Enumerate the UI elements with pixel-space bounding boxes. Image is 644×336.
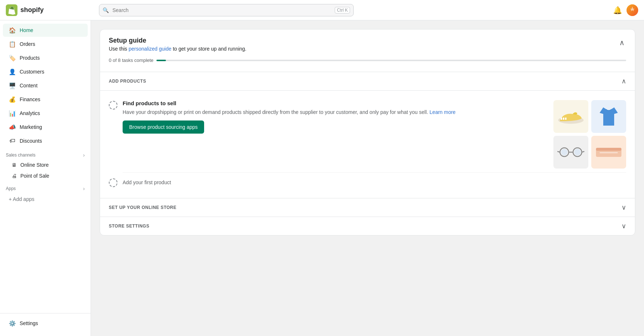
- task-divider: [123, 172, 626, 173]
- analytics-icon: 📊: [9, 110, 16, 117]
- sales-channels-chevron: ›: [83, 152, 85, 158]
- bell-icon[interactable]: 🔔: [613, 6, 622, 15]
- add-apps-label: + Add apps: [9, 196, 34, 202]
- avatar[interactable]: [627, 4, 638, 16]
- setup-guide-header: Setup guide Use this personalized guide …: [100, 29, 635, 58]
- customers-icon: 👤: [9, 68, 16, 75]
- preview-glasses: [553, 136, 588, 169]
- orders-icon: 📋: [9, 40, 16, 48]
- sidebar-item-home-label: Home: [20, 27, 33, 33]
- setup-guide-collapse-button[interactable]: ∧: [618, 37, 626, 48]
- apps-section-label: Apps: [6, 186, 16, 191]
- sidebar-item-discounts-label: Discounts: [20, 138, 42, 144]
- sidebar-item-analytics-label: Analytics: [20, 110, 40, 116]
- sidebar-item-customers-label: Customers: [20, 69, 44, 75]
- store-settings-label: STORE SETTINGS: [109, 224, 149, 229]
- sales-channels-label: Sales channels: [6, 153, 35, 158]
- task-area: Find products to sell Have your dropship…: [100, 91, 635, 198]
- sidebar-item-finances[interactable]: 💰 Finances: [3, 93, 88, 106]
- finances-icon: 💰: [9, 96, 16, 103]
- find-products-task: Find products to sell Have your dropship…: [109, 96, 626, 172]
- progress-bar-fill: [156, 60, 166, 61]
- svg-rect-3: [561, 118, 562, 120]
- svg-rect-14: [596, 148, 621, 151]
- products-icon: 🏷️: [9, 54, 16, 62]
- set-up-online-store-chevron: ∨: [621, 203, 626, 212]
- store-settings-chevron: ∨: [621, 222, 626, 230]
- sidebar-item-marketing[interactable]: 📣 Marketing: [3, 120, 88, 134]
- preview-shoe: [553, 100, 588, 133]
- sidebar-item-marketing-label: Marketing: [20, 124, 42, 130]
- search-shortcut: Ctrl K: [335, 7, 350, 13]
- preview-shirt: [591, 100, 626, 133]
- point-of-sale-icon: 🖨: [12, 173, 17, 179]
- topbar-right: 🔔: [613, 4, 638, 16]
- find-products-content: Find products to sell Have your dropship…: [123, 100, 548, 134]
- discounts-icon: 🏷: [9, 137, 16, 145]
- content-icon: 🖥️: [9, 82, 16, 89]
- sidebar-item-products[interactable]: 🏷️ Products: [3, 51, 88, 64]
- topbar: shopify 🔍 Ctrl K 🔔: [0, 0, 644, 20]
- online-store-icon: 🖥: [12, 162, 17, 168]
- sidebar-item-online-store[interactable]: 🖥 Online Store: [3, 160, 88, 170]
- add-apps-button[interactable]: + Add apps: [3, 193, 88, 205]
- progress-section: 0 of 8 tasks complete: [100, 58, 635, 72]
- shopify-logo-icon: [6, 4, 17, 16]
- sidebar-item-customers[interactable]: 👤 Customers: [3, 65, 88, 78]
- search-bar: 🔍 Ctrl K: [99, 4, 354, 16]
- set-up-online-store-label: SET UP YOUR ONLINE STORE: [109, 205, 176, 210]
- add-products-chevron-up: ∧: [621, 77, 626, 85]
- sidebar-item-online-store-label: Online Store: [20, 162, 49, 168]
- sidebar-item-settings-label: Settings: [20, 320, 38, 326]
- apps-section: Apps ›: [0, 181, 91, 193]
- learn-more-link[interactable]: Learn more: [430, 109, 456, 115]
- sidebar-item-content-label: Content: [20, 83, 37, 88]
- add-first-product-label: Add your first product: [123, 179, 171, 185]
- svg-rect-4: [563, 118, 564, 120]
- sidebar-item-orders-label: Orders: [20, 41, 35, 47]
- svg-rect-5: [565, 118, 567, 120]
- find-products-title: Find products to sell: [123, 100, 548, 106]
- store-settings-section: STORE SETTINGS ∨: [100, 217, 635, 235]
- sidebar: 🏠 Home 📋 Orders 🏷️ Products 👤 Customers …: [0, 20, 91, 336]
- marketing-icon: 📣: [9, 123, 16, 131]
- apps-chevron: ›: [83, 186, 85, 191]
- sidebar-item-discounts[interactable]: 🏷 Discounts: [3, 134, 88, 147]
- sidebar-item-orders[interactable]: 📋 Orders: [3, 37, 88, 51]
- set-up-online-store-header[interactable]: SET UP YOUR ONLINE STORE ∨: [100, 198, 635, 217]
- add-first-product-task[interactable]: Add your first product: [109, 174, 626, 191]
- progress-label-row: 0 of 8 tasks complete: [109, 58, 626, 63]
- sidebar-item-finances-label: Finances: [20, 96, 40, 102]
- sidebar-item-analytics[interactable]: 📊 Analytics: [3, 107, 88, 120]
- search-icon: 🔍: [103, 7, 109, 13]
- product-preview: [553, 100, 626, 169]
- setup-guide-title: Setup guide: [109, 37, 246, 44]
- sales-channels-section: Sales channels ›: [0, 148, 91, 159]
- settings-section: ⚙️ Settings: [0, 313, 91, 333]
- search-input[interactable]: [99, 4, 354, 16]
- svg-point-11: [561, 149, 568, 155]
- logo-area: shopify: [6, 4, 93, 16]
- sidebar-item-point-of-sale-label: Point of Sale: [20, 173, 49, 179]
- settings-icon: ⚙️: [9, 320, 16, 327]
- browse-product-sourcing-apps-button[interactable]: Browse product sourcing apps: [123, 120, 204, 134]
- progress-text: 0 of 8 tasks complete: [109, 58, 154, 63]
- sidebar-item-settings[interactable]: ⚙️ Settings: [3, 317, 88, 330]
- setup-guide-header-text: Setup guide Use this personalized guide …: [109, 37, 246, 52]
- progress-bar-background: [156, 60, 626, 61]
- add-products-section-header[interactable]: ADD PRODUCTS ∧: [100, 72, 635, 90]
- sidebar-item-content[interactable]: 🖥️ Content: [3, 79, 88, 92]
- logo-text: shopify: [20, 6, 44, 14]
- main-content: Setup guide Use this personalized guide …: [91, 20, 644, 336]
- find-products-desc: Have your dropshipping or print on deman…: [123, 108, 548, 116]
- add-first-product-circle: [109, 178, 118, 187]
- store-settings-header[interactable]: STORE SETTINGS ∨: [100, 217, 635, 235]
- sidebar-item-point-of-sale[interactable]: 🖨 Point of Sale: [3, 171, 88, 181]
- setup-guide-card: Setup guide Use this personalized guide …: [100, 29, 635, 236]
- preview-cosmetic: [591, 136, 626, 169]
- find-products-circle: [109, 101, 118, 110]
- setup-guide-subtitle: Use this personalized guide to get your …: [109, 46, 246, 52]
- add-products-label: ADD PRODUCTS: [109, 79, 146, 84]
- svg-point-12: [574, 149, 581, 155]
- sidebar-item-home[interactable]: 🏠 Home: [3, 24, 88, 37]
